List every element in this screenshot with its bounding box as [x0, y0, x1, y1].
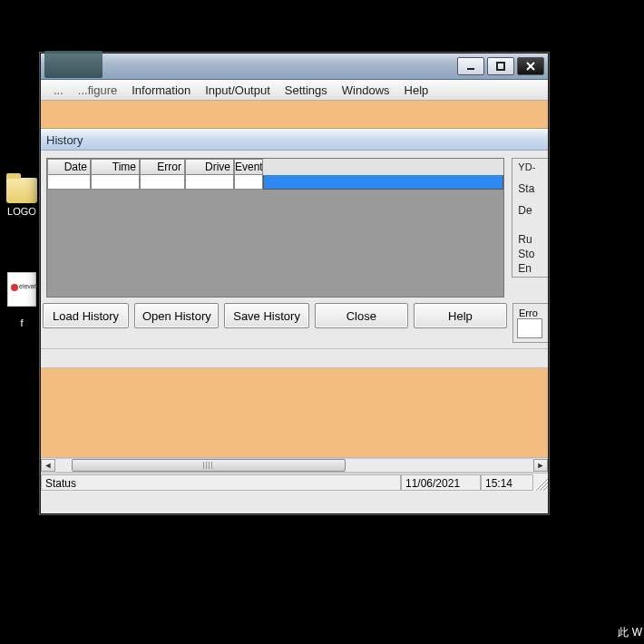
menu-item-partial1[interactable]: ... [46, 82, 71, 99]
icon-label: f [4, 317, 40, 328]
col-header-drive[interactable]: Drive [185, 159, 234, 175]
document-icon: elevator [7, 272, 36, 307]
col-header-event[interactable]: Event [234, 159, 263, 175]
horizontal-scrollbar[interactable]: ◄ ► [41, 457, 548, 473]
separator-strip [41, 348, 548, 368]
status-text: Status [41, 474, 401, 491]
scroll-thumb[interactable] [72, 459, 346, 472]
error-value-box [517, 318, 542, 338]
col-header-error[interactable]: Error [140, 159, 185, 175]
taskbar-fragment: 此 W [616, 621, 644, 644]
app-logo [44, 51, 102, 78]
error-fieldset: Erro [512, 303, 548, 343]
close-button[interactable] [517, 57, 544, 75]
col-header-date[interactable]: Date [47, 159, 91, 175]
side-label: Sta [518, 182, 548, 195]
icon-label: LOGO [4, 206, 40, 217]
side-panel: YD- Sta De Ru Sto En [512, 158, 548, 298]
maximize-button[interactable] [487, 57, 514, 75]
content-area: Date Time Error Drive Event YD- [41, 151, 548, 513]
help-button[interactable]: Help [414, 303, 507, 328]
side-label: En [518, 262, 548, 275]
save-history-button[interactable]: Save History [224, 303, 308, 328]
section-header: History [41, 129, 548, 151]
titlebar[interactable] [41, 54, 548, 80]
side-legend: YD- [516, 161, 537, 172]
grid-cell[interactable] [91, 175, 140, 190]
grid-cell[interactable] [185, 175, 234, 190]
menubar: ... ...figure Information Input/Output S… [41, 80, 548, 101]
history-grid[interactable]: Date Time Error Drive Event [46, 158, 504, 298]
button-row: Load History Open History Save History C… [41, 298, 548, 348]
resize-grip-icon[interactable] [533, 474, 548, 491]
grid-cell[interactable] [140, 175, 185, 190]
col-header-time[interactable]: Time [91, 159, 140, 175]
scroll-track[interactable] [55, 458, 533, 473]
menu-item-settings[interactable]: Settings [278, 82, 335, 99]
grid-cell-selected[interactable] [263, 175, 503, 190]
grid-row[interactable] [47, 175, 503, 190]
folder-icon [6, 178, 37, 203]
menu-item-windows[interactable]: Windows [335, 82, 397, 99]
scroll-right-arrow[interactable]: ► [533, 459, 548, 472]
menu-item-information[interactable]: Information [124, 82, 198, 99]
app-window: ... ...figure Information Input/Output S… [40, 53, 549, 514]
grid-cell[interactable] [234, 175, 263, 190]
statusbar: Status 11/06/2021 15:14 [41, 473, 548, 492]
section-title: History [46, 133, 83, 147]
status-date: 11/06/2021 [401, 474, 481, 491]
grid-cell[interactable] [47, 175, 91, 190]
close-history-button[interactable]: Close [315, 303, 408, 328]
svg-rect-1 [497, 63, 504, 70]
minimize-button[interactable] [457, 57, 484, 75]
menu-item-help[interactable]: Help [397, 82, 436, 99]
menu-item-input-output[interactable]: Input/Output [198, 82, 278, 99]
grid-header-row: Date Time Error Drive Event [47, 159, 503, 175]
side-label: De [518, 204, 548, 217]
scroll-left-arrow[interactable]: ◄ [41, 459, 55, 472]
desktop-icon-f[interactable]: f [4, 317, 40, 328]
desktop-icon-logo[interactable]: LOGO [4, 178, 40, 217]
side-label: Ru [518, 233, 548, 246]
status-time: 15:14 [481, 474, 533, 491]
load-history-button[interactable]: Load History [43, 303, 129, 328]
toolbar [41, 101, 548, 129]
desktop-icon-elevator[interactable]: elevator [4, 272, 40, 309]
lower-panel [41, 368, 548, 457]
error-legend: Erro [517, 307, 540, 318]
side-label: Sto [518, 248, 548, 260]
open-history-button[interactable]: Open History [134, 303, 219, 328]
menu-item-configure[interactable]: ...figure [71, 82, 124, 99]
